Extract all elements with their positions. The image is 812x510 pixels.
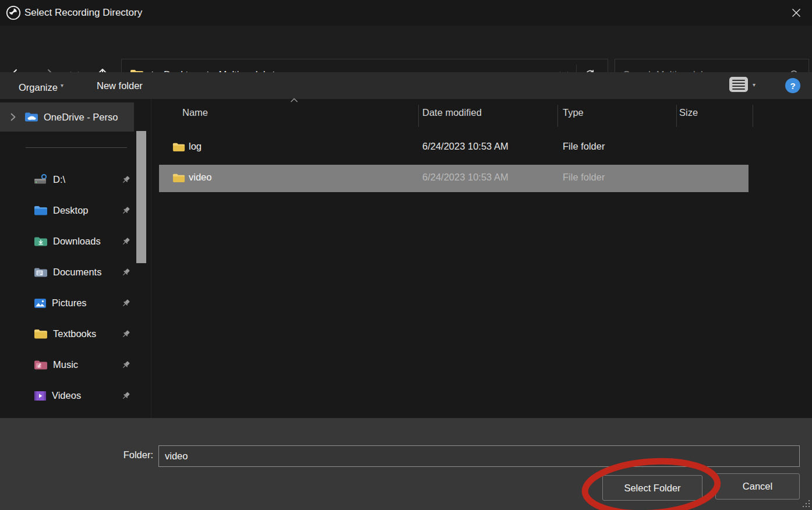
- sidebar-item-label: Pictures: [52, 298, 87, 309]
- sidebar-item-label: Documents: [53, 267, 101, 278]
- help-icon: ?: [790, 81, 795, 91]
- help-button[interactable]: ?: [785, 78, 800, 93]
- sidebar-item-videos[interactable]: Videos: [0, 380, 135, 411]
- title-bar: Select Recording Directory: [0, 0, 812, 26]
- window-title: Select Recording Directory: [24, 0, 142, 26]
- sidebar-item-onedrive[interactable]: OneDrive - Perso: [0, 102, 134, 132]
- desktop-folder-icon: [34, 206, 48, 216]
- file-name: log: [189, 141, 202, 152]
- onedrive-folder-icon: [24, 112, 38, 122]
- folder-icon: [172, 142, 185, 153]
- sidebar-item-label: Desktop: [53, 205, 89, 216]
- sidebar-item-pictures[interactable]: Pictures: [0, 288, 135, 318]
- pin-icon: [121, 268, 130, 277]
- column-separator[interactable]: [418, 105, 419, 127]
- documents-folder-icon: [34, 267, 48, 278]
- sort-ascending-icon: [290, 98, 298, 102]
- organize-label: Organize: [19, 82, 58, 93]
- navigation-bar: Desktop Multimodal: [0, 26, 812, 72]
- pin-icon: [121, 330, 130, 339]
- sidebar-item-downloads[interactable]: Downloads: [0, 226, 135, 257]
- file-date-modified: 6/24/2023 10:53 AM: [422, 172, 509, 183]
- drive-icon: [34, 173, 48, 186]
- file-row-video[interactable]: video 6/24/2023 10:53 AM File folder: [159, 165, 749, 192]
- folder-icon: [34, 329, 48, 339]
- column-separator[interactable]: [557, 105, 558, 127]
- new-folder-label: New folder: [97, 80, 143, 91]
- close-icon: [792, 8, 801, 17]
- pin-icon: [121, 175, 130, 185]
- file-date-modified: 6/24/2023 10:53 AM: [422, 141, 509, 152]
- change-view-button[interactable]: [729, 77, 748, 92]
- folder-label: Folder:: [70, 449, 153, 461]
- select-recording-directory-dialog: Select Recording Directory: [0, 0, 812, 510]
- sidebar-item-label: OneDrive - Perso: [44, 112, 118, 123]
- column-separator[interactable]: [676, 105, 677, 127]
- downloads-folder-icon: [34, 236, 48, 247]
- column-header-date-modified[interactable]: Date modified: [422, 107, 482, 118]
- resize-grip[interactable]: [802, 500, 811, 509]
- dialog-footer: Folder: Select Folder Cancel: [0, 418, 812, 510]
- expand-chevron-icon[interactable]: [10, 113, 16, 121]
- sidebar-item-textbooks[interactable]: Textbooks: [0, 318, 135, 349]
- sidebar-item-label: Videos: [52, 390, 81, 401]
- file-type: File folder: [563, 141, 605, 152]
- folder-name-input[interactable]: [158, 445, 800, 467]
- file-type: File folder: [563, 172, 605, 183]
- sidebar-scrollbar-thumb[interactable]: [136, 131, 146, 263]
- sidebar-item-desktop[interactable]: Desktop: [0, 195, 135, 226]
- sidebar-item-label: Downloads: [53, 236, 101, 247]
- videos-icon: [34, 391, 47, 401]
- new-folder-button[interactable]: New folder: [97, 72, 143, 99]
- close-button[interactable]: [783, 0, 810, 26]
- file-row-log[interactable]: log 6/24/2023 10:53 AM File folder: [159, 134, 749, 161]
- sidebar-item-label: D:\: [53, 174, 65, 185]
- view-options-caret-icon[interactable]: ▾: [753, 78, 755, 92]
- pin-icon: [121, 299, 130, 308]
- column-header-type[interactable]: Type: [563, 107, 584, 118]
- sidebar-divider: [26, 147, 127, 148]
- music-folder-icon: [34, 360, 48, 370]
- sidebar-item-label: Music: [53, 359, 78, 370]
- command-toolbar: Organize▾ New folder: [0, 72, 812, 99]
- pin-icon: [121, 360, 130, 370]
- cancel-button[interactable]: Cancel: [715, 473, 800, 500]
- sidebar-item-label: Textbooks: [53, 328, 96, 339]
- caret-down-icon: ▾: [61, 82, 63, 88]
- file-name: video: [189, 172, 211, 183]
- pin-icon: [121, 237, 130, 246]
- column-separator[interactable]: [753, 105, 753, 127]
- column-header-size[interactable]: Size: [679, 107, 698, 118]
- sidebar-item-documents[interactable]: Documents: [0, 257, 135, 288]
- pin-icon: [121, 391, 130, 401]
- column-header-name[interactable]: Name: [182, 107, 208, 118]
- sidebar-item-music[interactable]: Music: [0, 349, 135, 380]
- obs-logo-icon: [5, 5, 22, 21]
- organize-button[interactable]: Organize▾: [19, 72, 63, 99]
- pin-icon: [121, 206, 130, 215]
- file-list: Name Date modified Type Size log 6/24/20…: [151, 99, 812, 418]
- select-folder-button[interactable]: Select Folder: [602, 475, 702, 501]
- pictures-icon: [34, 298, 47, 309]
- folder-icon: [172, 173, 185, 183]
- sidebar-item-d-drive[interactable]: D:\: [0, 164, 135, 195]
- dialog-content: OneDrive - Perso D:\: [0, 99, 812, 418]
